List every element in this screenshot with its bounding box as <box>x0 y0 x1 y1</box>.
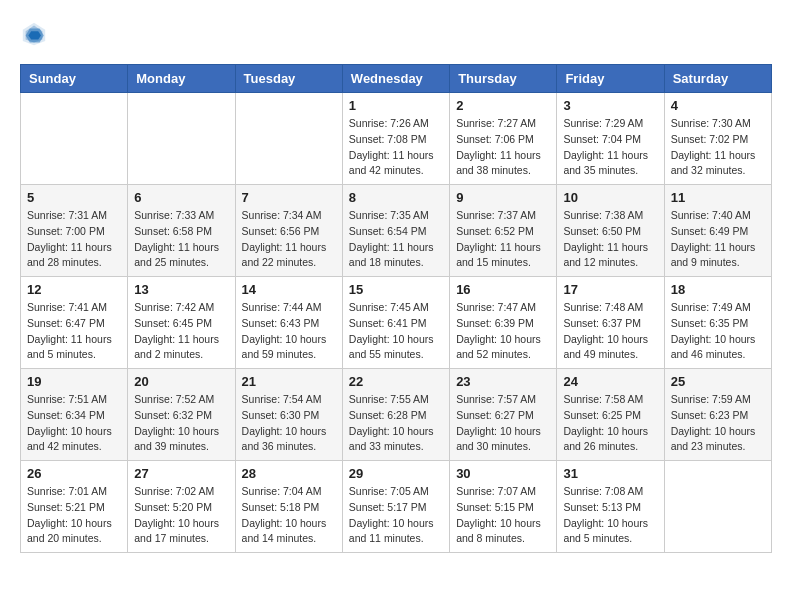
day-info: Sunrise: 7:55 AM Sunset: 6:28 PM Dayligh… <box>349 392 443 455</box>
day-info: Sunrise: 7:49 AM Sunset: 6:35 PM Dayligh… <box>671 300 765 363</box>
calendar-cell: 3Sunrise: 7:29 AM Sunset: 7:04 PM Daylig… <box>557 93 664 185</box>
calendar-cell: 14Sunrise: 7:44 AM Sunset: 6:43 PM Dayli… <box>235 277 342 369</box>
day-number: 19 <box>27 374 121 389</box>
calendar-cell: 9Sunrise: 7:37 AM Sunset: 6:52 PM Daylig… <box>450 185 557 277</box>
calendar-cell: 5Sunrise: 7:31 AM Sunset: 7:00 PM Daylig… <box>21 185 128 277</box>
calendar-cell: 19Sunrise: 7:51 AM Sunset: 6:34 PM Dayli… <box>21 369 128 461</box>
logo-icon <box>20 20 48 48</box>
calendar-cell: 17Sunrise: 7:48 AM Sunset: 6:37 PM Dayli… <box>557 277 664 369</box>
calendar-cell: 10Sunrise: 7:38 AM Sunset: 6:50 PM Dayli… <box>557 185 664 277</box>
day-info: Sunrise: 7:57 AM Sunset: 6:27 PM Dayligh… <box>456 392 550 455</box>
calendar-cell: 20Sunrise: 7:52 AM Sunset: 6:32 PM Dayli… <box>128 369 235 461</box>
calendar-cell: 22Sunrise: 7:55 AM Sunset: 6:28 PM Dayli… <box>342 369 449 461</box>
calendar-cell <box>235 93 342 185</box>
calendar-week-row: 19Sunrise: 7:51 AM Sunset: 6:34 PM Dayli… <box>21 369 772 461</box>
day-info: Sunrise: 7:02 AM Sunset: 5:20 PM Dayligh… <box>134 484 228 547</box>
day-number: 16 <box>456 282 550 297</box>
day-info: Sunrise: 7:29 AM Sunset: 7:04 PM Dayligh… <box>563 116 657 179</box>
day-info: Sunrise: 7:07 AM Sunset: 5:15 PM Dayligh… <box>456 484 550 547</box>
weekday-header: Friday <box>557 65 664 93</box>
day-info: Sunrise: 7:51 AM Sunset: 6:34 PM Dayligh… <box>27 392 121 455</box>
calendar-cell <box>128 93 235 185</box>
calendar-cell: 29Sunrise: 7:05 AM Sunset: 5:17 PM Dayli… <box>342 461 449 553</box>
day-info: Sunrise: 7:01 AM Sunset: 5:21 PM Dayligh… <box>27 484 121 547</box>
day-info: Sunrise: 7:41 AM Sunset: 6:47 PM Dayligh… <box>27 300 121 363</box>
day-number: 21 <box>242 374 336 389</box>
day-info: Sunrise: 7:35 AM Sunset: 6:54 PM Dayligh… <box>349 208 443 271</box>
day-info: Sunrise: 7:40 AM Sunset: 6:49 PM Dayligh… <box>671 208 765 271</box>
day-number: 2 <box>456 98 550 113</box>
calendar-cell: 30Sunrise: 7:07 AM Sunset: 5:15 PM Dayli… <box>450 461 557 553</box>
weekday-header: Monday <box>128 65 235 93</box>
day-number: 5 <box>27 190 121 205</box>
day-number: 23 <box>456 374 550 389</box>
day-number: 26 <box>27 466 121 481</box>
day-info: Sunrise: 7:04 AM Sunset: 5:18 PM Dayligh… <box>242 484 336 547</box>
calendar-cell: 13Sunrise: 7:42 AM Sunset: 6:45 PM Dayli… <box>128 277 235 369</box>
day-number: 18 <box>671 282 765 297</box>
calendar-cell: 1Sunrise: 7:26 AM Sunset: 7:08 PM Daylig… <box>342 93 449 185</box>
calendar-cell: 23Sunrise: 7:57 AM Sunset: 6:27 PM Dayli… <box>450 369 557 461</box>
day-number: 27 <box>134 466 228 481</box>
day-number: 15 <box>349 282 443 297</box>
calendar-cell: 8Sunrise: 7:35 AM Sunset: 6:54 PM Daylig… <box>342 185 449 277</box>
day-info: Sunrise: 7:42 AM Sunset: 6:45 PM Dayligh… <box>134 300 228 363</box>
calendar-cell: 26Sunrise: 7:01 AM Sunset: 5:21 PM Dayli… <box>21 461 128 553</box>
calendar-cell: 4Sunrise: 7:30 AM Sunset: 7:02 PM Daylig… <box>664 93 771 185</box>
calendar-cell: 28Sunrise: 7:04 AM Sunset: 5:18 PM Dayli… <box>235 461 342 553</box>
calendar-cell: 11Sunrise: 7:40 AM Sunset: 6:49 PM Dayli… <box>664 185 771 277</box>
day-info: Sunrise: 7:45 AM Sunset: 6:41 PM Dayligh… <box>349 300 443 363</box>
day-info: Sunrise: 7:52 AM Sunset: 6:32 PM Dayligh… <box>134 392 228 455</box>
calendar-week-row: 12Sunrise: 7:41 AM Sunset: 6:47 PM Dayli… <box>21 277 772 369</box>
day-info: Sunrise: 7:58 AM Sunset: 6:25 PM Dayligh… <box>563 392 657 455</box>
day-info: Sunrise: 7:34 AM Sunset: 6:56 PM Dayligh… <box>242 208 336 271</box>
calendar-cell: 12Sunrise: 7:41 AM Sunset: 6:47 PM Dayli… <box>21 277 128 369</box>
day-number: 31 <box>563 466 657 481</box>
day-number: 14 <box>242 282 336 297</box>
day-info: Sunrise: 7:47 AM Sunset: 6:39 PM Dayligh… <box>456 300 550 363</box>
calendar-week-row: 26Sunrise: 7:01 AM Sunset: 5:21 PM Dayli… <box>21 461 772 553</box>
day-number: 3 <box>563 98 657 113</box>
day-number: 1 <box>349 98 443 113</box>
day-info: Sunrise: 7:44 AM Sunset: 6:43 PM Dayligh… <box>242 300 336 363</box>
day-info: Sunrise: 7:38 AM Sunset: 6:50 PM Dayligh… <box>563 208 657 271</box>
weekday-header-row: SundayMondayTuesdayWednesdayThursdayFrid… <box>21 65 772 93</box>
weekday-header: Sunday <box>21 65 128 93</box>
day-number: 4 <box>671 98 765 113</box>
day-number: 12 <box>27 282 121 297</box>
day-number: 8 <box>349 190 443 205</box>
weekday-header: Wednesday <box>342 65 449 93</box>
day-info: Sunrise: 7:48 AM Sunset: 6:37 PM Dayligh… <box>563 300 657 363</box>
day-number: 25 <box>671 374 765 389</box>
day-info: Sunrise: 7:33 AM Sunset: 6:58 PM Dayligh… <box>134 208 228 271</box>
day-number: 29 <box>349 466 443 481</box>
day-info: Sunrise: 7:31 AM Sunset: 7:00 PM Dayligh… <box>27 208 121 271</box>
calendar-cell: 31Sunrise: 7:08 AM Sunset: 5:13 PM Dayli… <box>557 461 664 553</box>
weekday-header: Tuesday <box>235 65 342 93</box>
day-number: 11 <box>671 190 765 205</box>
calendar-cell: 2Sunrise: 7:27 AM Sunset: 7:06 PM Daylig… <box>450 93 557 185</box>
day-info: Sunrise: 7:08 AM Sunset: 5:13 PM Dayligh… <box>563 484 657 547</box>
day-info: Sunrise: 7:37 AM Sunset: 6:52 PM Dayligh… <box>456 208 550 271</box>
calendar-cell: 7Sunrise: 7:34 AM Sunset: 6:56 PM Daylig… <box>235 185 342 277</box>
day-info: Sunrise: 7:05 AM Sunset: 5:17 PM Dayligh… <box>349 484 443 547</box>
day-number: 24 <box>563 374 657 389</box>
day-info: Sunrise: 7:27 AM Sunset: 7:06 PM Dayligh… <box>456 116 550 179</box>
day-info: Sunrise: 7:26 AM Sunset: 7:08 PM Dayligh… <box>349 116 443 179</box>
day-number: 10 <box>563 190 657 205</box>
calendar-week-row: 5Sunrise: 7:31 AM Sunset: 7:00 PM Daylig… <box>21 185 772 277</box>
calendar-cell <box>664 461 771 553</box>
calendar-cell: 24Sunrise: 7:58 AM Sunset: 6:25 PM Dayli… <box>557 369 664 461</box>
day-number: 9 <box>456 190 550 205</box>
calendar-cell: 18Sunrise: 7:49 AM Sunset: 6:35 PM Dayli… <box>664 277 771 369</box>
day-number: 6 <box>134 190 228 205</box>
logo <box>20 20 52 48</box>
calendar-table: SundayMondayTuesdayWednesdayThursdayFrid… <box>20 64 772 553</box>
calendar-week-row: 1Sunrise: 7:26 AM Sunset: 7:08 PM Daylig… <box>21 93 772 185</box>
calendar-cell: 16Sunrise: 7:47 AM Sunset: 6:39 PM Dayli… <box>450 277 557 369</box>
page-header <box>20 20 772 48</box>
day-number: 20 <box>134 374 228 389</box>
day-number: 17 <box>563 282 657 297</box>
day-info: Sunrise: 7:54 AM Sunset: 6:30 PM Dayligh… <box>242 392 336 455</box>
calendar-cell: 27Sunrise: 7:02 AM Sunset: 5:20 PM Dayli… <box>128 461 235 553</box>
